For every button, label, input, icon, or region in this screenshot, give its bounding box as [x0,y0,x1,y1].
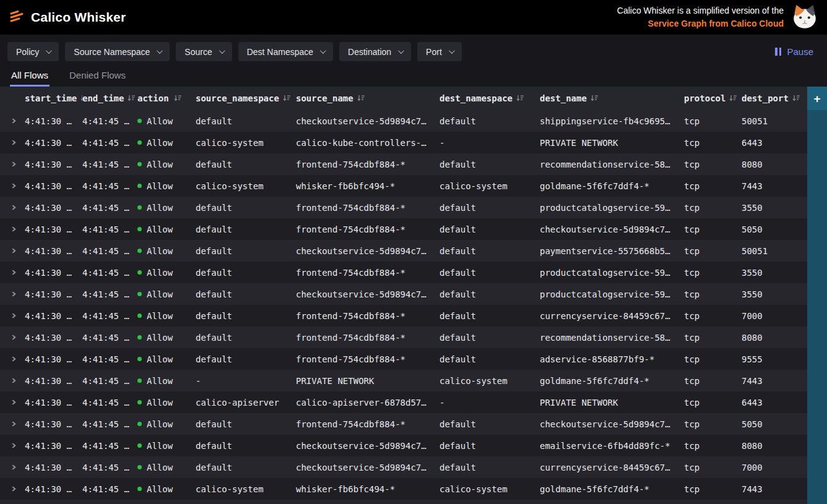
cell-dest-name: checkoutservice-5d9894c7… [540,224,684,234]
flow-tabs: All Flows Denied Flows [0,66,827,87]
table-row[interactable]: 4:41:30 … 4:41:45 … Allow default fronte… [0,197,807,218]
column-header[interactable]: protocol [684,93,742,103]
table-row[interactable]: 4:41:30 … 4:41:45 … Allow default checko… [0,456,807,478]
table-row[interactable]: 4:41:30 … 4:41:45 … Allow calico-system … [0,132,807,153]
action-label: Allow [147,484,173,494]
table-row[interactable]: 4:41:30 … 4:41:45 … Allow default checko… [0,435,807,456]
allow-status-dot [137,465,142,469]
column-header-label: start_time [25,93,77,103]
cell-dest-port: 9555 [742,354,807,364]
filter-policy-button[interactable]: Policy [7,42,59,61]
add-column-button[interactable]: + [807,87,827,110]
row-expand-chevron-icon[interactable] [9,140,15,145]
column-header[interactable]: dest_port [742,93,807,103]
row-expand-chevron-icon[interactable] [9,249,15,253]
row-expand-chevron-icon[interactable] [9,119,15,123]
table-row[interactable]: 4:41:30 … 4:41:45 … Allow default fronte… [0,305,807,327]
row-expand-chevron-icon[interactable] [9,400,15,404]
column-header[interactable]: dest_name [540,93,684,103]
row-expand-chevron-icon[interactable] [9,422,15,426]
row-expand-chevron-icon[interactable] [9,465,15,469]
table-row[interactable]: 4:41:30 … 4:41:45 … Allow default checko… [0,240,807,262]
row-expand-chevron-icon[interactable] [9,357,15,361]
cell-dest-namespace: default [439,224,540,234]
column-header[interactable]: action [137,93,196,103]
cell-dest-name: PRIVATE NETWORK [540,398,684,408]
cell-dest-name: productcatalogservice-59… [540,289,684,299]
row-expand-chevron-icon[interactable] [9,227,15,231]
chevron-down-icon [398,48,404,54]
cell-end-time: 4:41:45 … [82,484,137,494]
row-expand-chevron-icon[interactable] [9,205,15,210]
cell-protocol: tcp [684,463,742,472]
filter-destination-button[interactable]: Destination [339,42,411,61]
action-label: Allow [147,203,173,213]
column-header[interactable]: dest_namespace [439,93,540,103]
table-row[interactable]: 4:41:30 … 4:41:45 … Allow default fronte… [0,153,807,175]
cell-action: Allow [137,268,196,278]
service-graph-link[interactable]: Service Graph from Calico Cloud [648,17,784,30]
cell-action: Allow [137,289,196,299]
filter-dest-namespace-button[interactable]: Dest Namespace [238,42,333,61]
table-row[interactable]: 4:41:30 … 4:41:45 … Allow default checko… [0,283,807,305]
column-header[interactable]: end_time [82,93,137,103]
allow-status-dot [137,162,142,166]
column-header[interactable]: source_name [296,93,439,103]
table-row[interactable]: 4:41:30 … 4:41:45 … Allow default fronte… [0,348,807,370]
table-row[interactable]: 4:41:30 … 4:41:45 … Allow default checko… [0,110,807,132]
calico-whisker-app: Calico Whisker Calico Whisker is a simpl… [0,0,827,504]
tab-all-flows[interactable]: All Flows [10,70,50,87]
table-body: 4:41:30 … 4:41:45 … Allow default checko… [0,110,807,504]
cell-source-namespace: calico-system [196,484,296,494]
cell-end-time: 4:41:45 … [82,138,137,148]
table-row[interactable]: 4:41:30 … 4:41:45 … Allow default fronte… [0,218,807,240]
table-row[interactable]: 4:41:30 … 4:41:45 … Allow - PRIVATE NETW… [0,370,807,391]
sort-icon [591,95,599,102]
table-row[interactable]: 4:41:30 … 4:41:45 … Allow default fronte… [0,262,807,283]
row-expand-chevron-icon[interactable] [9,487,15,491]
cell-protocol: tcp [684,160,742,169]
row-expand-chevron-icon[interactable] [9,270,15,275]
cell-action: Allow [137,311,196,321]
action-label: Allow [147,289,173,299]
table-row[interactable]: 4:41:30 … 4:41:45 … Allow default fronte… [0,413,807,435]
row-expand-chevron-icon[interactable] [9,162,15,166]
cell-protocol: tcp [684,289,742,299]
table-row[interactable]: 4:41:30 … 4:41:45 … Allow calico-system … [0,175,807,197]
row-expand-chevron-icon[interactable] [9,314,15,318]
filter-port-button[interactable]: Port [417,42,462,61]
filter-source-button[interactable]: Source [176,42,232,61]
cell-dest-namespace: default [439,160,540,169]
table-row[interactable]: 4:41:30 … 4:41:45 … Allow calico-system … [0,478,807,500]
cell-protocol: tcp [684,246,742,256]
top-bar-right: Calico Whisker is a simplified version o… [617,4,818,31]
cell-source-name: checkoutservice-5d9894c7… [296,116,439,126]
table-row[interactable]: 4:41:30 … 4:41:45 … Allow default fronte… [0,327,807,348]
cell-source-name: checkoutservice-5d9894c7… [296,441,439,451]
table-row[interactable]: 4:41:30 … 4:41:45 … Allow calico-apiserv… [0,391,807,413]
tab-denied-flows[interactable]: Denied Flows [68,70,127,87]
row-expand-chevron-icon[interactable] [9,335,15,340]
row-expand-chevron-icon[interactable] [9,378,15,383]
flows-table: start_time end_time action source_namesp… [0,87,827,504]
action-label: Allow [147,419,173,429]
cell-end-time: 4:41:45 … [82,398,137,408]
column-header[interactable]: source_namespace [196,93,296,103]
row-expand-chevron-icon[interactable] [9,443,15,448]
row-expand-chevron-icon[interactable] [9,292,15,296]
filter-source-namespace-button[interactable]: Source Namespace [65,42,170,61]
pause-button[interactable]: Pause [775,46,820,57]
cell-end-time: 4:41:45 … [82,463,137,472]
cell-source-name: frontend-754cdbf884-* [296,268,439,278]
cell-dest-namespace: default [439,463,540,472]
cell-start-time: 4:41:30 … [25,376,82,386]
column-header[interactable]: start_time [25,93,82,103]
chevron-down-icon [46,48,52,54]
cell-dest-namespace: calico-system [439,484,540,494]
cell-dest-port: 7443 [742,484,807,494]
cell-protocol: tcp [684,354,742,364]
cell-end-time: 4:41:45 … [82,311,137,321]
table-row[interactable] [0,500,807,504]
action-label: Allow [147,246,173,256]
row-expand-chevron-icon[interactable] [9,184,15,188]
